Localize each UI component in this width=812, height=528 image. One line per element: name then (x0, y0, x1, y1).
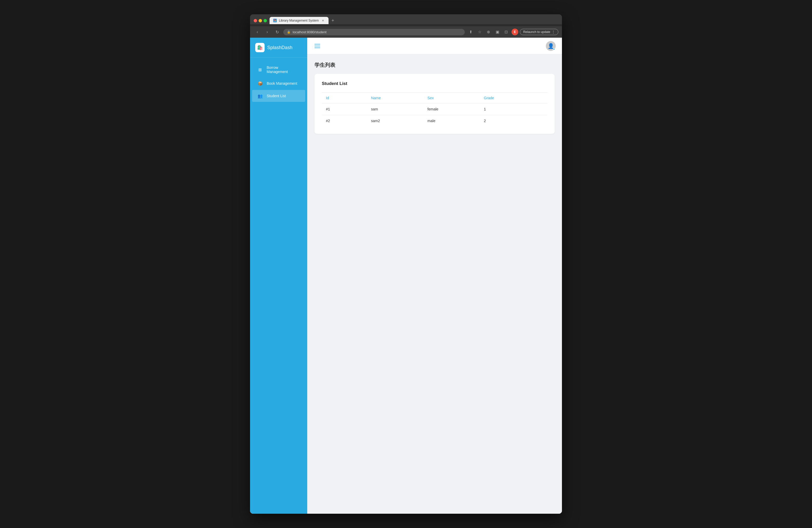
sidebar-item-borrow[interactable]: ⊞ Borrow Management (252, 62, 305, 77)
cell-grade: 1 (480, 103, 547, 115)
relaunch-button[interactable]: Relaunch to update ⋮ (520, 29, 558, 35)
sidepanel-button[interactable]: ▣ (494, 28, 501, 35)
table-header: Id Name Sex Grade (322, 93, 547, 103)
logo-text: SplashDash (267, 45, 292, 50)
active-tab[interactable]: 📚 Library Management System ✕ (270, 17, 329, 24)
share-button[interactable]: ⬆ (467, 28, 475, 35)
sidebar-student-label: Student List (267, 94, 286, 98)
cell-id: #2 (322, 115, 367, 127)
main-area: 👤 学生列表 Student List Id Name (307, 38, 562, 514)
logo-icon: 🛍️ (255, 43, 265, 52)
hamburger-line-2 (315, 46, 320, 46)
avatar[interactable]: 👤 (546, 41, 556, 51)
home-icon: ⊞ (257, 67, 263, 73)
sidebar-item-book[interactable]: 📦 Book Management (252, 77, 305, 89)
minimize-button[interactable] (259, 19, 262, 23)
cell-name: sam (367, 103, 423, 115)
menu-toggle-button[interactable] (314, 43, 321, 49)
cell-name: sam2 (367, 115, 423, 127)
app-content: 🛍️ SplashDash ⊞ Borrow Management 📦 Book… (250, 38, 562, 514)
card-title: Student List (322, 81, 547, 86)
hamburger-line-1 (315, 44, 320, 44)
new-tab-button[interactable]: + (329, 17, 336, 24)
toolbar-actions: ⬆ ☆ ⊕ ▣ ⊡ E Relaunch to update ⋮ (467, 28, 558, 35)
sidebar-book-label: Book Management (267, 81, 298, 86)
titlebar: 📚 Library Management System ✕ + (254, 17, 558, 24)
student-list-card: Student List Id Name Sex Grade #1 (315, 74, 555, 134)
avatar-area: 👤 (546, 41, 556, 51)
header-row: Id Name Sex Grade (322, 93, 547, 103)
address-bar[interactable]: 🔒 localhost:8080/student (283, 29, 465, 35)
extensions-button[interactable]: ⊕ (485, 28, 492, 35)
sidebar-borrow-label: Borrow Management (267, 65, 300, 74)
table-body: #1 sam female 1 #2 sam2 male 2 (322, 103, 547, 127)
traffic-lights (254, 19, 267, 23)
avatar-status-dot (553, 48, 555, 50)
book-icon: 📦 (257, 80, 263, 86)
browser-chrome: 📚 Library Management System ✕ + (250, 14, 562, 24)
page-title: 学生列表 (315, 62, 555, 69)
hamburger-line-3 (315, 47, 320, 48)
address-text: localhost:8080/student (293, 30, 327, 34)
reader-mode-button[interactable]: ⊡ (503, 28, 510, 35)
sidebar-nav: ⊞ Borrow Management 📦 Book Management 👥 … (250, 60, 307, 104)
student-table: Id Name Sex Grade #1 sam female 1 #2 sam… (322, 92, 547, 127)
logo-bold: Splash (267, 45, 281, 50)
logo-light: Dash (281, 45, 292, 50)
col-header-id: Id (322, 93, 367, 103)
col-header-name: Name (367, 93, 423, 103)
top-bar: 👤 (307, 38, 562, 54)
table-row: #1 sam female 1 (322, 103, 547, 115)
page-content: 学生列表 Student List Id Name Sex Grade (307, 54, 562, 514)
cell-sex: male (423, 115, 480, 127)
sidebar-logo: 🛍️ SplashDash (250, 38, 307, 58)
cell-id: #1 (322, 103, 367, 115)
tab-close-button[interactable]: ✕ (321, 18, 325, 23)
tab-favicon: 📚 (273, 19, 277, 23)
cell-grade: 2 (480, 115, 547, 127)
refresh-button[interactable]: ↻ (273, 28, 281, 35)
tab-title: Library Management System (279, 19, 319, 23)
profile-button[interactable]: E (511, 29, 518, 35)
maximize-button[interactable] (264, 19, 267, 23)
sidebar-item-student[interactable]: 👥 Student List (252, 90, 305, 102)
col-header-grade: Grade (480, 93, 547, 103)
relaunch-chevron-icon: ⋮ (552, 30, 555, 34)
student-icon: 👥 (257, 93, 263, 99)
browser-toolbar: ‹ › ↻ 🔒 localhost:8080/student ⬆ ☆ ⊕ ▣ ⊡… (250, 26, 562, 38)
back-button[interactable]: ‹ (254, 28, 261, 35)
close-button[interactable] (254, 19, 257, 23)
forward-button[interactable]: › (264, 28, 271, 35)
col-header-sex: Sex (423, 93, 480, 103)
tabs-bar: 📚 Library Management System ✕ + (270, 17, 558, 24)
lock-icon: 🔒 (287, 30, 291, 34)
cell-sex: female (423, 103, 480, 115)
relaunch-label: Relaunch to update (523, 30, 550, 34)
sidebar: 🛍️ SplashDash ⊞ Borrow Management 📦 Book… (250, 38, 307, 514)
bookmark-button[interactable]: ☆ (476, 28, 483, 35)
browser-window: 📚 Library Management System ✕ + ‹ › ↻ 🔒 … (250, 14, 562, 514)
table-row: #2 sam2 male 2 (322, 115, 547, 127)
